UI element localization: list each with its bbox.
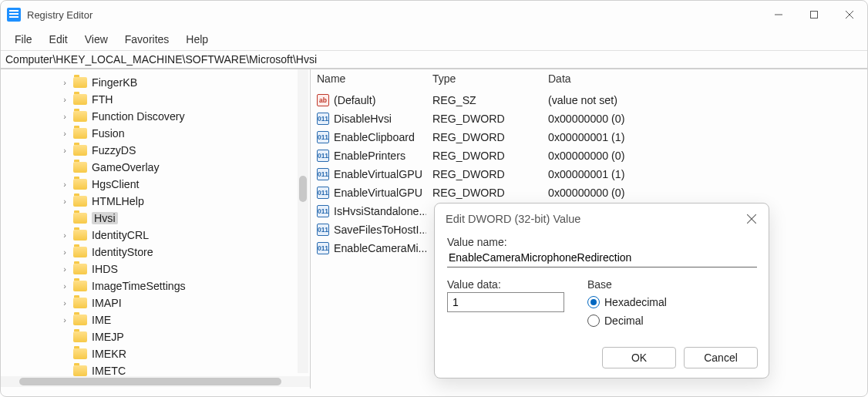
- radio-hexadecimal[interactable]: Hexadecimal: [587, 294, 667, 311]
- ok-button[interactable]: OK: [602, 347, 676, 368]
- tree-item[interactable]: ›FingerKB: [19, 74, 310, 91]
- menu-view[interactable]: View: [77, 30, 116, 49]
- value-data: (value not set): [542, 94, 867, 106]
- value-name: (Default): [334, 94, 375, 106]
- value-type: REG_SZ: [426, 94, 542, 106]
- value-row[interactable]: ab(Default)REG_SZ(value not set): [311, 91, 867, 109]
- tree-item[interactable]: ›FTH: [19, 91, 310, 108]
- tree-item-label: FTH: [92, 93, 113, 106]
- scrollbar-thumb[interactable]: [19, 378, 281, 385]
- tree-item[interactable]: ›Function Discovery: [19, 108, 310, 125]
- tree-item[interactable]: Hvsi: [19, 210, 310, 227]
- tree-item-label: Hvsi: [92, 212, 118, 224]
- folder-icon: [73, 111, 87, 122]
- tree-item[interactable]: ›ImageTimeSettings: [19, 278, 310, 294]
- chevron-right-icon[interactable]: ›: [59, 196, 70, 207]
- cancel-button[interactable]: Cancel: [684, 347, 758, 368]
- folder-icon: [73, 77, 87, 88]
- folder-icon: [73, 162, 87, 173]
- column-header-type[interactable]: Type: [426, 72, 542, 85]
- folder-icon: [73, 94, 87, 105]
- tree-item[interactable]: ›HTMLHelp: [19, 193, 310, 210]
- tree-vertical-scrollbar[interactable]: [298, 69, 308, 373]
- chevron-right-icon[interactable]: ›: [59, 94, 70, 105]
- chevron-right-icon[interactable]: ›: [59, 179, 70, 190]
- tree-item-label: IdentityCRL: [92, 229, 149, 241]
- radio-decimal[interactable]: Decimal: [587, 312, 667, 329]
- tree-item-label: IMAPI: [92, 297, 122, 309]
- menu-favorites[interactable]: Favorites: [117, 30, 177, 49]
- value-data-input[interactable]: [447, 292, 564, 312]
- address-bar[interactable]: Computer\HKEY_LOCAL_MACHINE\SOFTWARE\Mic…: [1, 50, 867, 69]
- dword-value-icon: 011: [317, 242, 329, 254]
- tree-item[interactable]: IMEKR: [19, 345, 310, 362]
- folder-icon: [73, 315, 87, 325]
- column-header-name[interactable]: Name: [311, 72, 426, 85]
- list-header: Name Type Data: [311, 69, 867, 88]
- folder-icon: [73, 331, 87, 342]
- menu-edit[interactable]: Edit: [42, 30, 76, 49]
- maximize-button[interactable]: [796, 1, 832, 29]
- folder-icon: [73, 281, 87, 291]
- value-type: REG_DWORD: [426, 113, 542, 125]
- chevron-right-icon[interactable]: ›: [59, 298, 70, 308]
- value-name: SaveFilesToHostI...: [334, 224, 426, 236]
- value-row[interactable]: 011EnableVirtualGPUREG_DWORD0x00000001 (…: [311, 165, 867, 183]
- folder-icon: [73, 128, 87, 139]
- chevron-right-icon[interactable]: ›: [59, 281, 70, 291]
- value-type: REG_DWORD: [426, 168, 542, 180]
- tree-item[interactable]: ›IdentityCRL: [19, 227, 310, 244]
- scrollbar-thumb[interactable]: [299, 176, 307, 202]
- svg-rect-1: [811, 12, 818, 19]
- value-type: REG_DWORD: [426, 187, 542, 199]
- value-row[interactable]: 011EnableVirtualGPUREG_DWORD0x00000000 (…: [311, 183, 867, 202]
- menu-file[interactable]: File: [7, 30, 40, 49]
- chevron-right-icon[interactable]: ›: [59, 128, 70, 139]
- tree-item-label: GameOverlay: [92, 161, 160, 173]
- column-header-data[interactable]: Data: [542, 72, 867, 85]
- minimize-button[interactable]: [761, 1, 796, 29]
- tree-item[interactable]: ›IdentityStore: [19, 244, 310, 261]
- value-row[interactable]: 011EnableClipboardREG_DWORD0x00000001 (1…: [311, 128, 867, 146]
- tree-item-label: HgsClient: [92, 178, 140, 190]
- menu-help[interactable]: Help: [178, 30, 216, 49]
- folder-icon: [73, 298, 87, 308]
- chevron-right-icon[interactable]: ›: [59, 315, 70, 325]
- tree-item[interactable]: ›Fusion: [19, 125, 310, 142]
- chevron-right-icon[interactable]: ›: [59, 111, 70, 122]
- value-name-input[interactable]: [447, 250, 757, 267]
- tree-item[interactable]: ›FuzzyDS: [19, 142, 310, 159]
- dword-value-icon: 011: [317, 224, 329, 236]
- value-data: 0x00000001 (1): [542, 131, 867, 143]
- value-type: REG_DWORD: [426, 131, 542, 143]
- chevron-right-icon[interactable]: ›: [59, 264, 70, 274]
- tree-item[interactable]: GameOverlay: [19, 159, 310, 176]
- chevron-right-icon[interactable]: ›: [59, 145, 70, 156]
- tree-item[interactable]: ›IME: [19, 311, 310, 328]
- tree-item[interactable]: ›IMAPI: [19, 294, 310, 311]
- close-button[interactable]: [832, 1, 867, 29]
- value-name: IsHvsiStandalone...: [334, 205, 426, 217]
- tree-item[interactable]: IMEJP: [19, 328, 310, 345]
- tree-item-label: HTMLHelp: [92, 195, 144, 207]
- tree-item[interactable]: ›IHDS: [19, 261, 310, 278]
- folder-icon: [73, 264, 87, 274]
- chevron-right-icon[interactable]: ›: [59, 77, 70, 88]
- tree-item-label: Function Discovery: [92, 110, 185, 123]
- radio-icon: [587, 315, 600, 327]
- radio-label: Decimal: [604, 315, 644, 327]
- value-name: EnableCameraMi...: [334, 242, 426, 254]
- folder-icon: [73, 145, 87, 156]
- value-row[interactable]: 011EnablePrintersREG_DWORD0x00000000 (0): [311, 146, 867, 165]
- chevron-right-icon[interactable]: ›: [59, 247, 70, 257]
- value-name: DisableHvsi: [334, 113, 392, 125]
- value-row[interactable]: 011DisableHvsiREG_DWORD0x00000000 (0): [311, 109, 867, 128]
- string-value-icon: ab: [317, 94, 329, 106]
- tree-item-label: IME: [92, 314, 111, 326]
- tree-item[interactable]: ›HgsClient: [19, 176, 310, 193]
- dword-value-icon: 011: [317, 205, 329, 217]
- chevron-right-icon[interactable]: ›: [59, 230, 70, 241]
- dialog-close-button[interactable]: [745, 213, 758, 225]
- tree-horizontal-scrollbar[interactable]: [1, 376, 310, 387]
- value-data: 0x00000000 (0): [542, 113, 867, 125]
